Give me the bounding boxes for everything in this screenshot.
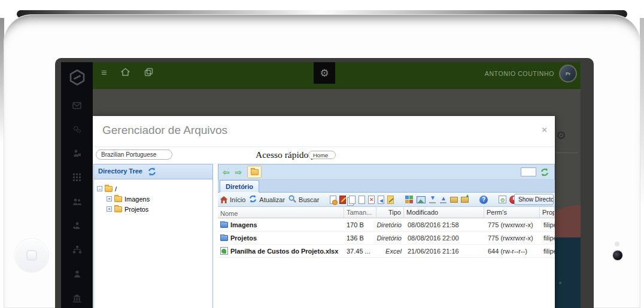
preferences-button[interactable]: ⚙ [499,196,506,203]
tab-diretorio[interactable]: Diretório [220,180,259,193]
directory-tree-panel: Directory Tree - / [93,164,213,308]
directory-tree-header: Directory Tree [94,164,212,179]
tree-item-root[interactable]: - / [94,184,212,194]
background-dot [559,282,561,284]
column-perms[interactable]: Perm's [484,207,540,218]
back-icon[interactable]: ⇦ [223,168,230,176]
buscar-button[interactable]: Buscar [288,194,319,205]
path-input[interactable] [521,167,536,176]
inicio-button[interactable]: Início [220,196,245,204]
folder-up-button[interactable] [247,166,262,178]
sitemap-icon[interactable] [72,245,82,254]
page-background: ⚙ Gerenciador de Arquivos × Brazilian Po… [93,89,581,308]
users-icon[interactable] [72,197,82,206]
home-icon [220,196,228,204]
background-gear-icon: ⚙ [556,130,566,141]
column-modificado[interactable]: Modificado [404,207,484,218]
dialog-title: Gerenciador de Arquivos [102,124,227,137]
collapse-icon[interactable]: - [97,186,102,191]
refresh-icon [248,194,257,205]
column-nome[interactable]: Nome [218,207,344,218]
language-button[interactable]: Brazilian Portuguese [96,150,172,160]
search-icon [288,194,297,205]
delete-button[interactable]: ✕ [368,196,375,204]
column-tamanho[interactable]: Taman... [344,207,376,218]
column-tipo[interactable]: Tipo [376,207,404,218]
image-view-button[interactable] [417,196,426,203]
folder-icon [114,206,122,212]
download-button[interactable] [429,195,436,204]
user-icon[interactable] [73,270,81,278]
app-sidebar [61,62,93,308]
extract-button[interactable] [461,197,469,203]
file-manager-dialog: Gerenciador de Arquivos × Brazilian Port… [93,116,555,308]
expand-icon[interactable]: + [107,196,112,202]
ambient-sensor-dot [615,242,619,246]
delete-icon: ✕ [369,196,374,203]
app-logo-icon[interactable] [61,62,93,92]
home-icon[interactable] [121,68,130,78]
user-star-icon[interactable] [72,221,81,230]
directory-tree-title: Directory Tree [98,167,142,175]
atualizar-button[interactable]: Atualizar [248,194,285,205]
grid-icon[interactable] [72,173,81,182]
file-row-projetos[interactable]: Projetos 136 B Diretório 08/08/2016 22:0… [218,231,555,245]
camera-icon [613,251,622,260]
dialog-title-bar: Gerenciador de Arquivos × [93,116,555,147]
sidebar-nav [61,92,93,308]
copy-pages-icon[interactable] [144,68,153,79]
user-name[interactable]: ANTONIO COUTINHO [485,70,554,77]
file-row-imagens[interactable]: Imagens 170 B Diretório 08/08/2016 21:58… [218,218,555,231]
screen: ≡ ⚙ ANTONIO COUTINHO Pr ⚙ [55,58,594,308]
folder-icon [114,196,122,202]
bank-icon[interactable] [72,294,81,303]
gear-icon: ⚙ [320,68,329,78]
device-right-edge [640,18,644,209]
cogs-icon[interactable] [72,125,81,133]
move-button[interactable] [378,196,384,204]
tab-strip: Diretório [218,180,555,193]
forward-icon[interactable]: ⇨ [235,168,242,176]
tree-refresh-icon[interactable] [147,167,157,179]
show-directories-button[interactable]: Show Directorie [514,194,554,205]
archive-button[interactable] [450,197,458,203]
tree-item-projetos[interactable]: + Projetos [94,204,212,214]
file-browser-panel: ⇦ ⇨ Diretório [218,164,555,308]
upload-button[interactable] [439,195,447,204]
background-divider [556,153,578,153]
app-header: ≡ ⚙ ANTONIO COUTINHO Pr [93,62,581,89]
help-button[interactable]: ? [479,196,488,204]
new-page-button[interactable] [359,196,365,204]
grid-view-button[interactable] [405,195,414,204]
close-icon[interactable]: × [542,124,547,135]
tree-item-imagens[interactable]: + Imagens [94,194,212,204]
file-row-planilha[interactable]: Planilha de Custos do Projeto.xlsx 37.45… [218,245,555,258]
folder-icon [220,235,228,241]
avatar[interactable]: Pr [559,65,577,83]
folder-icon [105,186,113,192]
column-proprietario[interactable]: Prop [540,207,555,218]
edit-button[interactable] [339,196,346,204]
path-bar: ⇦ ⇨ [218,164,555,180]
excel-file-icon [220,247,228,255]
home-button-square [26,250,37,261]
user-lock-icon[interactable] [72,149,81,157]
menu-icon[interactable]: ≡ [101,68,107,78]
sync-icon[interactable] [540,167,549,179]
browser-toolbar: Início Atualizar Buscar [218,193,555,207]
expand-icon[interactable]: + [107,206,112,212]
app-viewport: ≡ ⚙ ANTONIO COUTINHO Pr ⚙ [61,62,581,308]
directory-tree-body: - / + Imagens [94,179,212,214]
mail-icon[interactable] [72,102,81,109]
device-mockup: ≡ ⚙ ANTONIO COUTINHO Pr ⚙ [0,0,644,308]
folder-icon [220,222,228,228]
settings-gear-button[interactable]: ⚙ [314,62,335,84]
folder-icon [251,169,259,175]
rename-button[interactable] [387,196,394,204]
grid-header: Nome Taman... Tipo Modificado Perm's Pro… [218,207,555,218]
copy-button[interactable] [349,196,356,204]
dialog-content: Directory Tree - / [93,163,555,308]
quick-access-home-button[interactable]: Home [308,151,336,159]
new-file-button[interactable] [330,196,336,204]
device-home-button[interactable] [15,239,48,272]
